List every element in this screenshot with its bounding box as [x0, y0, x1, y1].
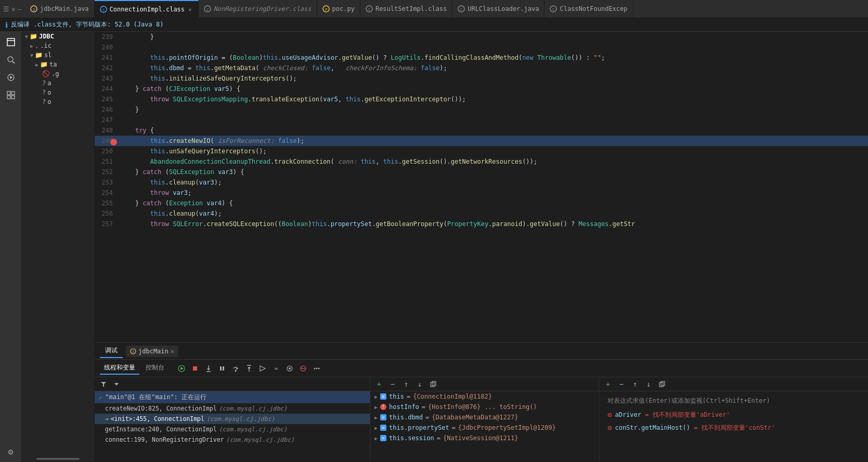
line-content: } catch (Exception var4) {	[118, 200, 868, 207]
sidebar-item-a[interactable]: ? a	[22, 78, 94, 88]
move-down-icon[interactable]: ↓	[414, 378, 425, 390]
explorer-icon[interactable]	[4, 35, 18, 49]
watch-icon[interactable]	[284, 363, 295, 374]
sidebar-toggle-icon[interactable]: ☰	[3, 5, 9, 13]
panel-tab-debug[interactable]: 调试	[100, 344, 123, 358]
var-type-icon: !	[380, 404, 386, 410]
table-row: 253 this.cleanup(var3);	[95, 177, 868, 188]
stack-frame-3[interactable]: connect:199, NonRegisteringDriver (com.m…	[95, 434, 370, 445]
expand-icon[interactable]: ▶	[374, 435, 378, 441]
panel-file-label: jdbcMain	[138, 348, 169, 355]
sidebar-root[interactable]: ▼ 📁 JDBC	[22, 32, 94, 41]
main-layout: ⚙ ▼ 📁 JDBC ▶ . .ic ▼ 📁 sl ▶ 📁 ta 🚫 .g	[0, 32, 868, 462]
sidebar-item-o1[interactable]: ? o	[22, 88, 94, 97]
line-number: 242	[95, 64, 118, 72]
pause-icon[interactable]	[216, 363, 228, 374]
stack-frame-2[interactable]: getInstance:240, ConnectionImpl (com.mys…	[95, 424, 370, 434]
sidebar-item-g[interactable]: 🚫 .g	[22, 69, 94, 78]
table-row: 252 } catch (SQLException var3) {	[95, 167, 868, 177]
svg-point-46	[314, 367, 316, 369]
tab-close-icon[interactable]: ✕	[187, 6, 193, 13]
tab-nonregisteringdriver[interactable]: C NonRegisteringDriver.class	[199, 0, 317, 18]
resume-icon[interactable]	[176, 363, 187, 374]
expand-icon[interactable]: ▶	[374, 415, 378, 420]
minimize-icon[interactable]: —	[18, 5, 22, 13]
panel-tab-file[interactable]: J jdbcMain ✕	[126, 346, 178, 357]
var-value: {DatabaseMetaData@1227}	[432, 414, 518, 421]
add-watch-icon[interactable]: +	[373, 378, 385, 390]
filter-icon[interactable]	[98, 378, 109, 390]
sidebar-item-ic[interactable]: ▶ . .ic	[22, 41, 94, 50]
sidebar-item-ta[interactable]: ▶ 📁 ta	[22, 60, 94, 69]
line-number: 246	[95, 106, 118, 113]
folder-icon: .	[35, 42, 38, 49]
extensions-icon[interactable]	[4, 88, 18, 102]
svg-rect-20	[7, 91, 10, 95]
svg-rect-33	[223, 366, 224, 371]
expand-icon[interactable]: ▶	[374, 404, 378, 410]
java-file-icon: J	[130, 348, 136, 354]
svg-text:J: J	[132, 350, 134, 353]
code-scroll[interactable]: 239 } 240 241 this.pointOfOrigin = (Bool…	[95, 32, 868, 342]
run-to-cursor-icon[interactable]	[257, 363, 268, 374]
step-over-icon[interactable]	[230, 363, 241, 374]
line-number: 254	[95, 189, 118, 196]
move-up-icon[interactable]: ↑	[400, 378, 412, 390]
sidebar-item-o2[interactable]: ? o	[22, 97, 94, 107]
var-type-icon: ∞	[380, 435, 386, 441]
tab-jdbcmain[interactable]: J jdbcMain.java	[25, 0, 95, 18]
step-out-icon[interactable]	[243, 363, 255, 374]
expand-threads-icon[interactable]	[111, 378, 122, 390]
var-item-hostinfo[interactable]: ▶ ! hostInfo = {HostInfo@876} ... toStri…	[370, 402, 599, 412]
sidebar-item-sl[interactable]: ▼ 📁 sl	[22, 50, 94, 60]
remove-watch-btn[interactable]: −	[616, 378, 627, 390]
watch-error-content: aDriver = 找不到局部变量'aDriver'	[615, 411, 730, 419]
watch-var-name: aDriver	[615, 411, 641, 418]
tab-resultsetimpl[interactable]: C ResultSetImpl.class	[360, 0, 452, 18]
thread-main[interactable]: ✓ "main"@1 在组"main": 正在运行	[95, 391, 370, 403]
remove-watch-icon[interactable]: −	[387, 378, 398, 390]
more-options-icon[interactable]	[311, 363, 322, 374]
search-icon[interactable]	[4, 52, 18, 67]
move-watch-up-btn[interactable]: ↑	[629, 378, 641, 390]
line-content: this.cleanup(var3);	[118, 179, 868, 186]
settings-icon[interactable]: ⚙	[4, 444, 18, 459]
debug-icon[interactable]	[4, 70, 18, 85]
editor-area: 239 } 240 241 this.pointOfOrigin = (Bool…	[95, 32, 868, 462]
var-item-propertyset[interactable]: ▶ ∞ this.propertySet = {JdbcPropertySetI…	[370, 423, 599, 433]
expand-icon[interactable]: ▶	[374, 425, 378, 431]
debug-toolbar: 线程和变量 控制台	[95, 360, 868, 377]
move-watch-down-btn[interactable]: ↓	[643, 378, 654, 390]
close-icon[interactable]: ✕	[11, 5, 16, 13]
var-item-dbmd[interactable]: ▶ ∞ this.dbmd = {DatabaseMetaData@1227}	[370, 412, 599, 423]
panel-file-close[interactable]: ✕	[171, 348, 174, 355]
var-item-this[interactable]: ▶ ≡ this = {ConnectionImpl@1182}	[370, 391, 599, 402]
debug-tab-console[interactable]: 控制台	[141, 362, 169, 375]
tab-pocpy[interactable]: P poc.py	[317, 0, 360, 18]
stop-icon[interactable]	[189, 363, 201, 374]
tab-classnotfound[interactable]: C ClassNotFoundExcep	[545, 0, 633, 18]
stack-pkg: (com.mysql.cj.jdbc)	[206, 415, 275, 423]
svg-marker-36	[235, 371, 237, 372]
debug-tab-threads[interactable]: 线程和变量	[100, 362, 139, 375]
expand-icon: ▼	[25, 34, 28, 39]
stack-frame-0[interactable]: createNewIO:825, ConnectionImpl (com.mys…	[95, 403, 370, 414]
line-content: throw var3;	[118, 189, 868, 196]
evaluate-icon[interactable]: =	[270, 363, 282, 374]
var-item-session[interactable]: ▶ ∞ this.session = {NativeSession@1211}	[370, 433, 599, 443]
svg-point-48	[318, 367, 320, 369]
copy-watch-btn[interactable]	[656, 378, 668, 390]
debug-content: ✓ "main"@1 在组"main": 正在运行 createNewIO:82…	[95, 377, 868, 462]
tab-connectionimpl[interactable]: C ConnectionImpl.class ✕	[95, 0, 199, 18]
disable-breakpoints-icon[interactable]	[297, 363, 309, 374]
copy-watch-icon[interactable]	[427, 378, 439, 390]
add-watch-btn[interactable]: +	[602, 378, 614, 390]
folder-icon: 📁	[30, 33, 37, 40]
expand-icon[interactable]: ▶	[374, 394, 378, 400]
scrollbar-thumb[interactable]	[36, 458, 80, 460]
stack-frame-1[interactable]: → <init>:455, ConnectionImpl (com.mysql.…	[95, 414, 370, 424]
tab-urlclassloader[interactable]: C URLClassLoader.java	[452, 0, 545, 18]
step-into-icon[interactable]	[203, 363, 214, 374]
tab-label: URLClassLoader.java	[468, 5, 539, 12]
stack-label: <init>:455, ConnectionImpl	[111, 415, 204, 423]
